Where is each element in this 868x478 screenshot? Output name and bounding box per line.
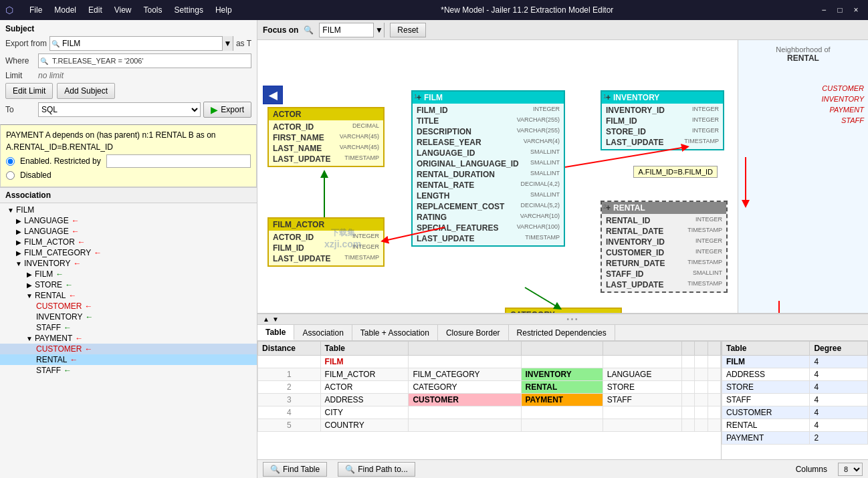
tree-item-film-sub[interactable]: ▶ FILM ←	[0, 269, 257, 279]
tree-label-rental: RENTAL	[35, 291, 66, 300]
reset-button[interactable]: Reset	[390, 23, 425, 37]
film-title: FILM	[424, 93, 443, 102]
table-cell: STORE	[603, 381, 681, 394]
scroll-down-icon[interactable]: ▼	[272, 316, 279, 323]
tree-item-film-category[interactable]: ▶ FILM_CATEGORY ←	[0, 247, 257, 258]
tree-item-staff-rental[interactable]: STAFF ←	[0, 322, 257, 333]
tree-item-language1[interactable]: ▶ LANGUAGE ←	[0, 215, 257, 226]
expand-icon[interactable]: ▼	[15, 259, 23, 267]
tab-restricted-deps[interactable]: Restricted Dependencies	[509, 325, 615, 340]
col-t4	[603, 342, 681, 356]
degree-val: 4	[810, 419, 868, 432]
menu-help[interactable]: Help	[210, 3, 237, 17]
category-table-card[interactable]: CATEGORY FILM_IDINTEGER CATEGORY_IDSMALL…	[505, 308, 622, 314]
minimize-btn[interactable]: −	[817, 3, 831, 17]
menu-edit[interactable]: Edit	[83, 3, 108, 17]
scroll-up-icon[interactable]: ▲	[263, 316, 269, 323]
tree-item-film[interactable]: ▼ FILM	[0, 205, 257, 215]
arrow-red-icon: ←	[84, 344, 92, 354]
table-cell: ADDRESS	[320, 394, 409, 406]
tab-table[interactable]: Table	[257, 325, 294, 340]
tab-table-association[interactable]: Table + Association	[352, 325, 438, 340]
export-from-dropdown[interactable]: ▼	[222, 36, 233, 51]
diagram-area[interactable]: ◀ 下载集 xzji.com ACTOR ACTOR_IDDECIMAL FIR…	[257, 40, 868, 314]
tree-item-staff-payment[interactable]: STAFF ←	[0, 365, 257, 376]
tree-item-store[interactable]: ▶ STORE ←	[0, 279, 257, 290]
table-cell	[521, 356, 603, 368]
tree-item-inventory[interactable]: ▼ INVENTORY ←	[0, 258, 257, 269]
actor-table-card[interactable]: ACTOR ACTOR_IDDECIMAL FIRST_NAMEVARCHAR(…	[267, 107, 385, 167]
where-search-icon: 🔍	[39, 55, 49, 66]
tree-item-rental[interactable]: ▼ RENTAL ←	[0, 290, 257, 301]
degree-row: ADDRESS 4	[722, 368, 868, 381]
table-cell highlight-pink: CUSTOMER	[409, 394, 521, 406]
rental-card-body: RENTAL_IDINTEGER RENTAL_DATETIMESTAMP IN…	[602, 214, 726, 291]
degree-val: 4	[810, 381, 868, 394]
tree-item-customer-payment[interactable]: CUSTOMER ←	[0, 344, 257, 354]
degree-table-cell: PAYMENT	[722, 432, 810, 445]
tree-label-rental-payment: RENTAL	[36, 355, 67, 364]
add-subject-button[interactable]: Add Subject	[57, 83, 115, 99]
enabled-radio[interactable]	[6, 157, 15, 166]
tree-item-inventory-rental[interactable]: INVENTORY ←	[0, 312, 257, 322]
menu-tools[interactable]: Tools	[138, 3, 168, 17]
table-cell	[409, 356, 521, 368]
back-button[interactable]: ◀	[263, 86, 283, 104]
tree-item-language2[interactable]: ▶ LANGUAGE ←	[0, 226, 257, 237]
table-cell: COUNTRY	[320, 419, 409, 432]
menu-file[interactable]: File	[24, 3, 47, 17]
expand-icon[interactable]: ▼	[25, 291, 33, 300]
tree-item-rental-payment[interactable]: RENTAL ←	[0, 354, 257, 365]
menu-settings[interactable]: Settings	[169, 3, 209, 17]
disabled-radio[interactable]	[6, 171, 15, 180]
expand-icon[interactable]: ▼	[25, 334, 33, 342]
rental-table-card[interactable]: 2 + RENTAL RENTAL_IDINTEGER RENTAL_DATET…	[601, 201, 728, 293]
tree-item-customer-rental[interactable]: CUSTOMER ←	[0, 301, 257, 312]
find-path-icon: 🔍	[345, 465, 355, 474]
export-button[interactable]: ▶ Export	[203, 102, 251, 118]
tree-item-payment[interactable]: ▼ PAYMENT ←	[0, 333, 257, 344]
table-cell	[409, 406, 521, 419]
inventory-table-card[interactable]: 1 + INVENTORY INVENTORY_IDINTEGER FILM_I…	[601, 90, 724, 150]
focus-dropdown[interactable]: ▼	[373, 23, 384, 37]
find-table-button[interactable]: 🔍 Find Table	[263, 462, 327, 477]
limit-label: Limit	[5, 71, 35, 80]
table-field: LAST_UPDATETIMESTAMP	[272, 253, 381, 264]
tree-label-film-category: FILM_CATEGORY	[24, 248, 91, 257]
limit-row: Limit no limit	[5, 71, 251, 80]
columns-select[interactable]: 8	[838, 463, 863, 476]
close-btn[interactable]: ×	[849, 3, 863, 17]
tooltip-box: A.FILM_ID=B.FILM_ID	[633, 166, 718, 178]
table-cell: FILM	[320, 356, 409, 368]
film-table-card[interactable]: 1 + FILM FILM_IDINTEGER TITLEVARCHAR(255…	[411, 90, 565, 247]
edit-limit-button[interactable]: Edit Limit	[5, 83, 53, 99]
disabled-label: Disabled	[20, 169, 51, 181]
find-path-button[interactable]: 🔍 Find Path to...	[338, 462, 415, 477]
inventory-card-header: + INVENTORY	[602, 92, 723, 104]
table-cell	[682, 394, 695, 406]
menu-model[interactable]: Model	[49, 3, 82, 17]
restrict-input[interactable]	[106, 154, 251, 168]
to-select[interactable]: SQL	[38, 102, 201, 117]
maximize-btn[interactable]: □	[833, 3, 847, 17]
film-num: 1	[414, 93, 417, 100]
tab-closure-border[interactable]: Closure Border	[438, 325, 509, 340]
table-cell: CATEGORY	[409, 381, 521, 394]
export-from-input[interactable]	[61, 37, 222, 49]
neighborhood-payment: PAYMENT	[741, 104, 865, 115]
table-row: 3 ADDRESS CUSTOMER PAYMENT STAFF	[258, 394, 721, 406]
film-card-body: FILM_IDINTEGER TITLEVARCHAR(255) DESCRIP…	[413, 104, 564, 245]
menu-view[interactable]: View	[109, 3, 137, 17]
inventory-title: INVENTORY	[613, 93, 659, 102]
focus-input[interactable]	[320, 24, 373, 36]
tree-label-film: FILM	[16, 205, 34, 215]
bottom-table-area[interactable]: Distance Table	[257, 341, 721, 459]
table-cell highlight-orange: PAYMENT	[521, 394, 603, 406]
table-cell	[695, 356, 708, 368]
actor-card-header: ACTOR	[269, 108, 383, 120]
tree-item-film-actor[interactable]: ▶ FILM_ACTOR ←	[0, 237, 257, 247]
expand-icon: ▶	[15, 249, 23, 257]
expand-icon[interactable]: ▼	[7, 206, 15, 214]
tab-association[interactable]: Association	[294, 325, 352, 340]
table-cell	[695, 419, 708, 432]
